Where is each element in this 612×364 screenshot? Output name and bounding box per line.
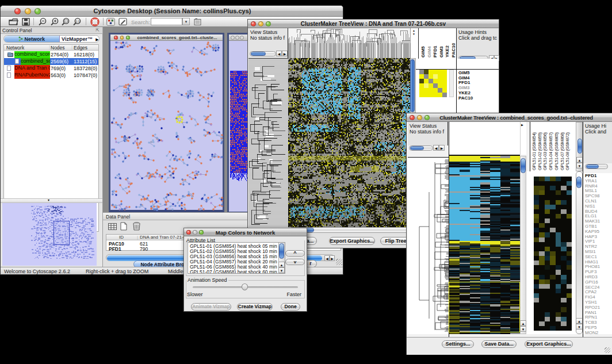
svg-text:1:1: 1:1 bbox=[76, 20, 80, 23]
